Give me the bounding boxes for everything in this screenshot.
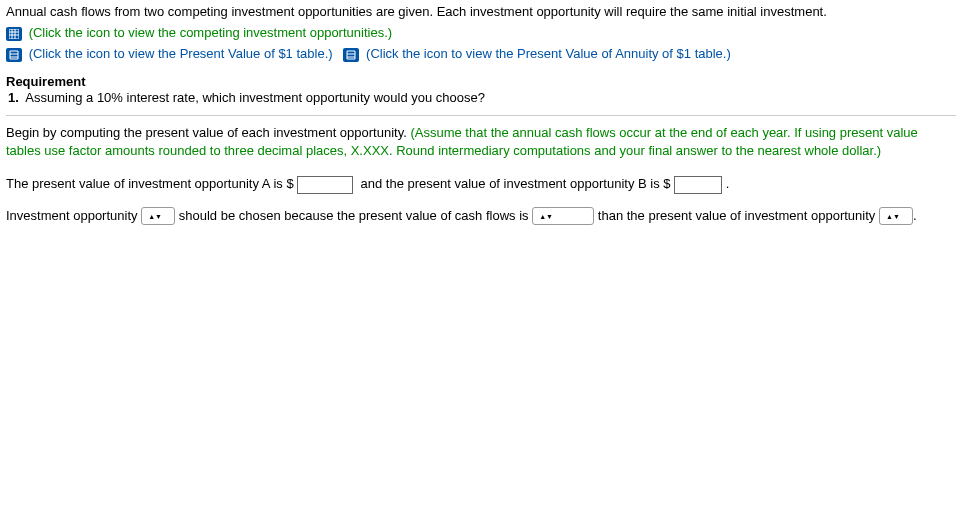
table-icon[interactable] xyxy=(6,48,22,62)
link-opportunities[interactable]: (Click the icon to view the competing in… xyxy=(29,25,392,40)
period: . xyxy=(726,176,730,191)
link-pvannuity[interactable]: (Click the icon to view the Present Valu… xyxy=(366,46,731,61)
table-icon[interactable] xyxy=(343,48,359,62)
chevron-updown-icon: ▲▼ xyxy=(886,214,900,219)
pv-b-input[interactable] xyxy=(674,176,722,194)
chevron-updown-icon: ▲▼ xyxy=(148,214,162,219)
opportunity-select[interactable]: ▲▼ xyxy=(141,207,175,225)
period: . xyxy=(913,208,917,223)
choice-label-a: Investment opportunity xyxy=(6,208,138,223)
table-icon[interactable] xyxy=(6,27,22,41)
link-pv1[interactable]: (Click the icon to view the Present Valu… xyxy=(29,46,333,61)
req-num: 1. xyxy=(8,90,19,105)
opportunity-other-select[interactable]: ▲▼ xyxy=(879,207,913,225)
instruction-lead: Begin by computing the present value of … xyxy=(6,125,410,140)
req-text: Assuming a 10% interest rate, which inve… xyxy=(25,90,485,105)
pv-a-input[interactable] xyxy=(297,176,353,194)
comparison-select[interactable]: ▲▼ xyxy=(532,207,594,225)
requirement-heading: Requirement xyxy=(6,74,956,89)
chevron-updown-icon: ▲▼ xyxy=(539,214,553,219)
choice-label-c: than the present value of investment opp… xyxy=(598,208,876,223)
pv-a-label: The present value of investment opportun… xyxy=(6,176,294,191)
pv-b-label: and the present value of investment oppo… xyxy=(360,176,670,191)
choice-label-b: should be chosen because the present val… xyxy=(179,208,529,223)
intro-text: Annual cash flows from two competing inv… xyxy=(6,3,956,21)
